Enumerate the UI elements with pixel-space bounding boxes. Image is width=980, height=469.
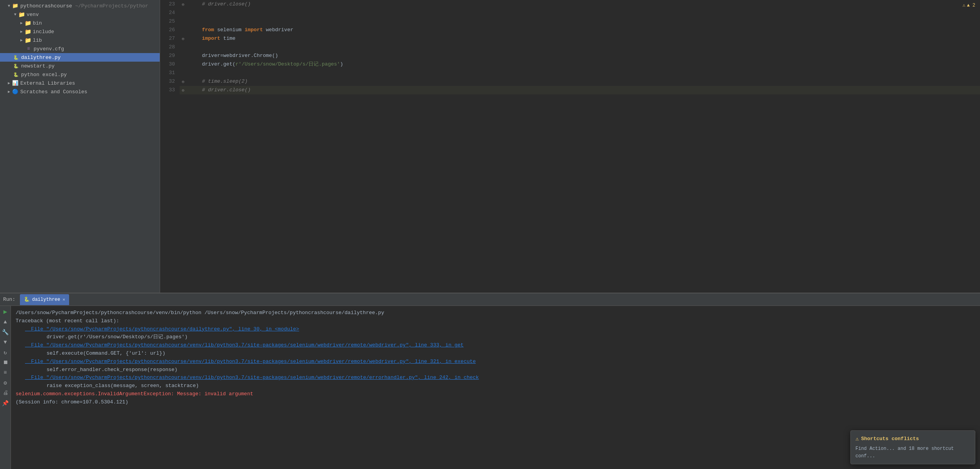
include-expand-arrow: ▶	[19, 29, 24, 34]
line-content-23: # driver.close()	[187, 0, 980, 9]
line-num-24: 24	[160, 9, 180, 17]
output-line-10: raise exception_class(message, screen, s…	[16, 382, 975, 390]
scroll-down-button[interactable]: ▼	[1, 338, 10, 346]
line-content-29: driver=webdriver.Chrome()	[187, 52, 980, 60]
expand-arrow: ▼	[6, 4, 12, 8]
output-line-6: self.execute(Command.GET, {'url': url})	[16, 350, 975, 358]
output-line-3[interactable]: File "/Users/snow/PycharmProjects/python…	[16, 325, 975, 334]
sidebar-label-scratches: Scratches and Consoles	[20, 89, 87, 95]
line-gutter-29	[180, 52, 187, 60]
wrench-button[interactable]: 🔧	[1, 328, 10, 336]
code-line-30: 30 driver.get(r'/Users/snow/Desktop/s/日记…	[160, 60, 980, 69]
line-num-empty	[160, 94, 180, 103]
lib-expand-arrow: ▶	[19, 38, 24, 43]
line-content-33: # driver.close()	[187, 86, 980, 94]
sidebar-item-pyvenv[interactable]: ≡ pyvenv.cfg	[0, 44, 160, 53]
sidebar-item-venv[interactable]: ▼ 📁 venv	[0, 10, 160, 19]
line-content-27: import time	[187, 34, 980, 43]
line-num-29: 29	[160, 52, 180, 60]
rerun-button[interactable]: ↻	[1, 348, 10, 357]
sidebar-item-newstart[interactable]: 🐍 newstart.py	[0, 62, 160, 70]
sidebar-item-external-libs[interactable]: ▶ 📊 External Libraries	[0, 79, 160, 87]
sidebar-label-dailythree: dailythree.py	[21, 55, 61, 60]
venv-folder-icon: 📁	[18, 11, 25, 18]
code-line-23: 23 ⊖ # driver.close()	[160, 0, 980, 9]
bottom-content-area: ▶ ▲ 🔧 ▼ ↻ ⏹ ≡ ⚙ 🖨 📌 /Users/snow/PycharmP…	[0, 306, 980, 469]
code-line-24: 24	[160, 9, 980, 17]
sidebar-label-extlibs: External Libraries	[20, 80, 75, 86]
line-gutter-33: ⊖	[180, 86, 187, 94]
line-content-31	[187, 69, 980, 77]
sidebar-label-include: include	[33, 29, 54, 35]
line-gutter-26	[180, 26, 187, 34]
include-folder-icon: 📁	[24, 28, 31, 35]
tab-close-button[interactable]: ✕	[62, 297, 65, 302]
scratches-icon: 🔵	[12, 88, 19, 95]
line-content-28	[187, 43, 980, 52]
print-button[interactable]: 🖨	[1, 389, 10, 397]
sidebar-item-pythonexcel[interactable]: 🐍 python excel.py	[0, 70, 160, 79]
popup-body-text: Find Action... and 18 more shortcut conf…	[855, 445, 970, 460]
line-content-24	[187, 9, 980, 17]
run-button[interactable]: ▶	[1, 307, 10, 316]
output-line-9[interactable]: File "/Users/snow/PycharmProjects/python…	[16, 374, 975, 382]
run-output-area: /Users/snow/PycharmProjects/pythoncrashc…	[11, 306, 980, 469]
line-num-23: 23	[160, 0, 180, 9]
line-gutter-24	[180, 9, 187, 17]
sidebar-item-bin[interactable]: ▶ 📁 bin	[0, 19, 160, 27]
line-content-30: driver.get(r'/Users/snow/Desktop/s/日记.pa…	[187, 60, 980, 69]
sidebar-item-dailythree[interactable]: 🐍 dailythree.py	[0, 53, 160, 62]
line-num-31: 31	[160, 69, 180, 77]
code-line-32: 32 ⊖ # time.sleep(2)	[160, 77, 980, 86]
sidebar-item-project[interactable]: ▼ 📁 pythoncrashcourse ~/PycharmProjects/…	[0, 2, 160, 10]
sidebar-label-newstart: newstart.py	[21, 63, 55, 69]
line-num-26: 26	[160, 26, 180, 34]
scroll-up-button[interactable]: ▲	[1, 318, 10, 326]
sidebar-item-include[interactable]: ▶ 📁 include	[0, 27, 160, 36]
code-line-33: 33 ⊖ # driver.close()	[160, 86, 980, 94]
settings-button[interactable]: ⚙	[1, 378, 10, 387]
sidebar-item-lib[interactable]: ▶ 📁 lib	[0, 36, 160, 44]
sidebar-item-scratches[interactable]: ▶ 🔵 Scratches and Consoles	[0, 87, 160, 96]
py-file-icon-newstart: 🐍	[12, 62, 20, 69]
sidebar-label-bin: bin	[33, 20, 42, 26]
code-line-28: 28	[160, 43, 980, 52]
code-line-27: 27 ⊖ import time	[160, 34, 980, 43]
stop-button[interactable]: ⏹	[1, 358, 10, 367]
line-gutter-30	[180, 60, 187, 69]
cfg-file-icon: ≡	[25, 45, 32, 52]
line-num-27: 27	[160, 34, 180, 43]
filter-button[interactable]: ≡	[1, 368, 10, 377]
code-editor[interactable]: ⚠ ▲ 2 23 ⊖ # driver.close() 24 25 26 fro…	[160, 0, 980, 293]
venv-expand-arrow: ▼	[12, 12, 18, 17]
line-num-28: 28	[160, 43, 180, 52]
warning-badge: ⚠ ▲ 2	[962, 2, 975, 8]
output-line-4: driver.get(r'/Users/snow/Desktop/s/日记.pa…	[16, 333, 975, 341]
sidebar-label-excel: python excel.py	[21, 72, 67, 78]
scratches-expand-arrow: ▶	[6, 89, 12, 94]
code-line-25: 25	[160, 17, 980, 26]
line-gutter-27: ⊖	[180, 34, 187, 43]
line-gutter-25	[180, 17, 187, 26]
line-num-30: 30	[160, 60, 180, 69]
output-line-1: /Users/snow/PycharmProjects/pythoncrashc…	[16, 309, 975, 317]
line-gutter-32: ⊖	[180, 77, 187, 86]
line-num-32: 32	[160, 77, 180, 86]
code-line-31: 31	[160, 69, 980, 77]
bin-expand-arrow: ▶	[19, 21, 24, 25]
extlibs-icon: 📊	[12, 80, 19, 87]
code-line-29: 29 driver=webdriver.Chrome()	[160, 52, 980, 60]
line-gutter-28	[180, 43, 187, 52]
output-line-7[interactable]: File "/Users/snow/PycharmProjects/python…	[16, 358, 975, 366]
output-line-11: selenium.common.exceptions.InvalidArgume…	[16, 390, 975, 398]
bin-folder-icon: 📁	[24, 20, 31, 27]
output-line-5[interactable]: File "/Users/snow/PycharmProjects/python…	[16, 341, 975, 350]
run-tab-dailythree[interactable]: 🐍 dailythree ✕	[20, 294, 69, 305]
pin-button[interactable]: 📌	[1, 399, 10, 407]
sidebar-label-project: pythoncrashcourse ~/PycharmProjects/pyth…	[20, 3, 148, 9]
line-num-25: 25	[160, 17, 180, 26]
output-line-2: Traceback (most recent call last):	[16, 317, 975, 325]
tab-file-icon: 🐍	[24, 297, 30, 302]
popup-warning-icon: ⚠	[855, 435, 859, 443]
run-toolbar: ▶ ▲ 🔧 ▼ ↻ ⏹ ≡ ⚙ 🖨 📌	[0, 306, 11, 469]
